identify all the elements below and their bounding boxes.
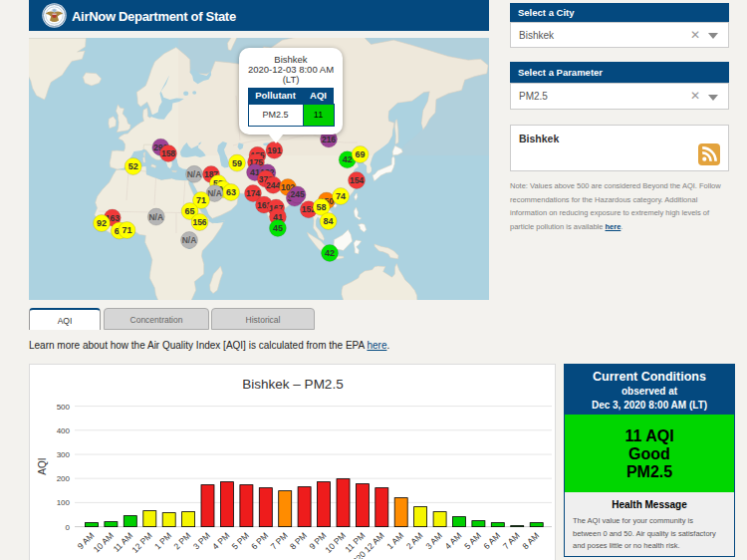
svg-text:12 PM: 12 PM: [129, 530, 153, 554]
svg-text:500: 500: [57, 403, 71, 412]
svg-text:5 AM: 5 AM: [462, 530, 483, 551]
svg-text:7 AM: 7 AM: [501, 530, 522, 551]
svg-text:AQI: AQI: [37, 457, 48, 474]
svg-text:8 PM: 8 PM: [288, 530, 309, 551]
svg-text:156: 156: [192, 217, 206, 227]
svg-text:6 AM: 6 AM: [481, 530, 502, 551]
svg-text:154: 154: [350, 175, 364, 185]
svg-text:300: 300: [57, 450, 71, 459]
svg-text:N/A: N/A: [182, 235, 197, 245]
svg-text:244: 244: [266, 180, 280, 190]
svg-text:1 PM: 1 PM: [152, 530, 173, 551]
svg-text:N/A: N/A: [148, 212, 163, 222]
svg-text:216: 216: [322, 135, 336, 144]
svg-text:42: 42: [343, 154, 353, 164]
svg-text:63: 63: [226, 187, 236, 197]
svg-text:N/A: N/A: [207, 188, 222, 198]
svg-text:158: 158: [161, 148, 175, 158]
svg-text:45: 45: [273, 223, 283, 233]
svg-text:4 AM: 4 AM: [443, 530, 464, 551]
svg-text:5 PM: 5 PM: [230, 530, 251, 551]
svg-text:84: 84: [324, 216, 334, 226]
svg-text:7 PM: 7 PM: [269, 530, 290, 551]
svg-text:3 PM: 3 PM: [191, 530, 212, 551]
svg-text:71: 71: [122, 225, 131, 235]
svg-text:Bishkek – PM2.5: Bishkek – PM2.5: [242, 377, 343, 392]
svg-text:52: 52: [128, 161, 138, 171]
svg-text:191: 191: [267, 145, 281, 155]
svg-text:200: 200: [57, 474, 71, 483]
svg-text:3 AM: 3 AM: [423, 530, 444, 551]
svg-text:0: 0: [66, 523, 71, 532]
svg-text:100: 100: [57, 498, 71, 507]
svg-text:245: 245: [291, 189, 305, 199]
svg-text:42: 42: [325, 248, 335, 258]
svg-text:2 AM: 2 AM: [404, 530, 425, 551]
svg-text:10 AM: 10 AM: [92, 530, 116, 554]
svg-text:4 PM: 4 PM: [210, 530, 231, 551]
svg-text:92: 92: [97, 218, 107, 228]
svg-text:10 PM: 10 PM: [323, 530, 347, 554]
svg-text:8 AM: 8 AM: [520, 530, 541, 551]
svg-text:174: 174: [246, 188, 260, 198]
svg-text:2 PM: 2 PM: [171, 530, 192, 551]
svg-text:71: 71: [196, 195, 206, 205]
svg-text:58: 58: [317, 202, 327, 212]
svg-text:6 PM: 6 PM: [249, 530, 270, 551]
svg-text:400: 400: [57, 426, 71, 435]
svg-text:65: 65: [185, 206, 195, 216]
svg-text:1 AM: 1 AM: [384, 530, 405, 551]
svg-text:N/A: N/A: [187, 169, 202, 179]
svg-text:69: 69: [356, 149, 366, 159]
svg-text:59: 59: [232, 158, 242, 168]
svg-text:74: 74: [336, 191, 346, 201]
